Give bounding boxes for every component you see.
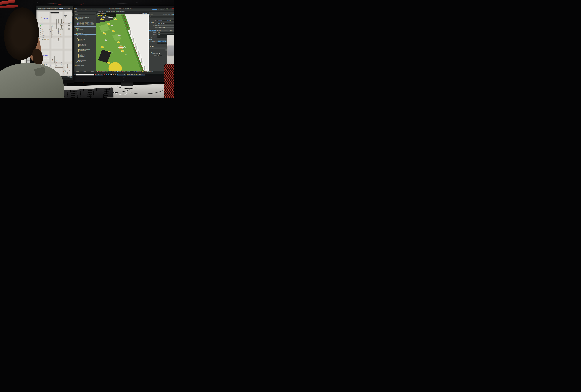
menu-item[interactable]: Project	[78, 9, 81, 10]
window-controls[interactable]: –	[72, 6, 72, 7]
tree-row[interactable]: [12] Gyro_Accelerometer.SchDoc ✓	[74, 51, 96, 52]
panel-tab[interactable]: Explorer	[81, 71, 88, 72]
menu-item[interactable]: Place	[44, 8, 46, 9]
tree-row[interactable]: [7] GNSS_LTE.SchDoc ▱ ✓	[74, 45, 96, 46]
projects-search-input[interactable]: Search	[74, 14, 96, 15]
opacity-field[interactable]: 100%	[157, 54, 162, 56]
override-color-swatch[interactable]	[158, 53, 160, 54]
search-label[interactable]: Search	[69, 6, 72, 7]
taskbar-item[interactable]: w_spase - app_stm32l...	[117, 74, 126, 75]
source-option[interactable]: Embed Model	[158, 40, 166, 42]
x-field[interactable]: 90.872mm	[157, 20, 166, 21]
menu-item[interactable]: View	[77, 9, 78, 10]
source-option[interactable]: Server	[150, 40, 158, 42]
tree-row[interactable]: BDC-0313-SMARC_2.1_to_SBV1 ASSY.PCBDwf ✓	[74, 23, 96, 24]
tree-row[interactable]: EcoSBV1 - N725	[74, 30, 96, 31]
resistor-r12[interactable]	[58, 34, 59, 38]
properties-search-input[interactable]: Search	[150, 16, 174, 17]
menu-item[interactable]: File	[37, 8, 38, 9]
tree-row[interactable]: [3] CPU1.2.SchDoc ▱ ✓	[74, 40, 96, 41]
taskbar-item[interactable]: EcoSBV1.PrjPcb - Alti...	[127, 74, 136, 75]
model-type-option[interactable]: Extruded	[156, 30, 162, 31]
tree-row[interactable]: [19] Connector.SchDoc ✓	[74, 60, 96, 61]
tree-row[interactable]: ▾ Source Documents	[74, 18, 96, 19]
menu-item[interactable]: Help	[94, 9, 96, 10]
board-side-select[interactable]: Bottom	[157, 25, 174, 26]
taskbar-item[interactable]	[110, 74, 112, 75]
pcb-3d-viewport[interactable]: C50 R12 R21 x: 83,200 dx: -6,900 mm y: 9…	[96, 12, 148, 71]
tree-row[interactable]: EcoSBV1 - miniPCIE	[74, 31, 96, 33]
layer-tab[interactable]: Top Overlay	[142, 71, 147, 72]
tree-expander[interactable]: ▾	[76, 38, 77, 38]
tree-row[interactable]: BDC-0313-SMARC_2.1_to_SBV1 DRW.PCBDwf ✓	[74, 24, 96, 25]
menu-item[interactable]: Window	[92, 9, 94, 10]
snap-column-header[interactable]: Y	[158, 47, 166, 49]
tree-row[interactable]: [2] CPU1.1.SchDoc ✓	[74, 39, 96, 40]
taskbar-item[interactable]	[112, 74, 114, 75]
scope-filter-label[interactable]: Components (and 12 more)	[163, 14, 173, 15]
tree-expander[interactable]: ▾	[75, 28, 76, 29]
tree-row[interactable]: [18] HDMI.SchDoc ✓	[74, 58, 96, 60]
tree-row[interactable]: ▾ BDC-0313-SMARC_2.1_to_SBV1.PrjPcb ✓	[74, 17, 96, 18]
tree-row[interactable]: [8] ETHERNET.SchDoc ▱ ✓	[74, 46, 96, 47]
layer-tab[interactable]: [3] Signal 1	[112, 71, 116, 72]
tab-smart-block-pcbdoc[interactable]: Smart block.PcbDoc	[116, 10, 125, 12]
ic-da2[interactable]	[41, 26, 52, 38]
canvas-toolbar-icon[interactable]: ●	[58, 13, 58, 13]
projects-toolbar-icon[interactable]: ✱	[77, 12, 78, 13]
tree-row[interactable]: Project Group 1.DsnWrk	[74, 65, 96, 66]
menu-item[interactable]: Route	[87, 9, 89, 10]
tree-row[interactable]: [No Variations]	[74, 29, 96, 30]
tree-expander[interactable]: ▾	[74, 17, 75, 18]
menu-item[interactable]: Reports	[89, 9, 92, 10]
window-controls[interactable]: – ▢	[170, 8, 172, 9]
tree-row[interactable]: ▾ EcoSBV1.PrjPcb ✓	[74, 26, 96, 28]
tree-row[interactable]: [16] WiFi_BT.SchDoc ✓	[74, 56, 96, 57]
menu-item[interactable]: Reports	[53, 8, 55, 9]
section-location[interactable]: ▾Location	[149, 18, 174, 19]
tree-row[interactable]: ▸ Settings	[74, 25, 96, 26]
override-color-checkbox[interactable]	[157, 53, 158, 54]
home-icon[interactable]: ⌂	[164, 9, 165, 10]
buy-now-button[interactable]: ▸Buy Now	[59, 8, 64, 9]
tree-expander[interactable]: ▸	[75, 62, 76, 63]
tree-row[interactable]: ▸ Settings ✓	[74, 62, 96, 63]
menu-item[interactable]: File	[74, 9, 76, 10]
windows-start-button[interactable]: ⊞	[74, 74, 75, 75]
panel-tab[interactable]: Messages	[89, 71, 96, 72]
tree-row[interactable]: Smart block.PcbDoc ▱	[74, 34, 96, 35]
menu-item[interactable]: Design	[83, 9, 85, 10]
panels-button[interactable]: Panels	[70, 77, 72, 78]
menu-item[interactable]: Project	[41, 8, 44, 9]
tree-expander[interactable]: ▸	[75, 64, 76, 64]
layer-tab[interactable]: Bottom Overla	[148, 71, 153, 72]
inductor-l3[interactable]	[41, 18, 48, 19]
layer-tab[interactable]: [7] PWR	[132, 71, 135, 72]
gear-icon[interactable]: ✱	[72, 8, 72, 9]
more-icon[interactable]: ⋯	[88, 16, 89, 16]
panel-header-icons[interactable]: ▾ ✕	[173, 12, 174, 13]
tree-row[interactable]: Smart block Assembly.PCBDwf ✓	[74, 35, 96, 36]
layer-tab[interactable]: [5] GND2	[122, 71, 126, 72]
menu-item[interactable]: Simulate	[50, 8, 53, 9]
y-field[interactable]: 83.694mm	[166, 20, 174, 21]
tree-expander[interactable]: ▸	[75, 25, 76, 26]
menu-item[interactable]: Edit	[38, 8, 40, 9]
encata-badge[interactable]: EnCata Concord Pro	[167, 9, 174, 10]
menu-item[interactable]: Tools	[85, 9, 87, 10]
comments-icon[interactable]: ▭	[158, 9, 159, 10]
taskbar-item[interactable]: Login - Google Chro...	[94, 74, 103, 75]
tree-row[interactable]: [10] CAN_RS232_RS485.SchDoc ▱ ✓	[74, 49, 96, 50]
layer-tab[interactable]: [4] Signal 2	[117, 71, 121, 72]
collapsed-panel-strip[interactable]: PrNoAddGraphic	[72, 10, 73, 76]
layer-select[interactable]: Bottom 3D Body	[157, 26, 174, 28]
tree-row[interactable]: EcoSBV1.BomDoc ✓	[74, 61, 96, 62]
layer-tab[interactable]: [6] Signal 3	[126, 71, 131, 72]
comments-icon[interactable]: ▭	[64, 8, 66, 9]
tree-row[interactable]: [13] SOUND_Amplifer.SchDoc ✓	[74, 52, 96, 54]
menu-item[interactable]: Place	[81, 9, 83, 10]
gear-icon[interactable]: ✱	[166, 9, 166, 10]
share-button[interactable]: ▲Share	[66, 8, 70, 9]
resistor-r8[interactable]	[58, 23, 59, 28]
windows-search-box[interactable]	[76, 74, 94, 75]
